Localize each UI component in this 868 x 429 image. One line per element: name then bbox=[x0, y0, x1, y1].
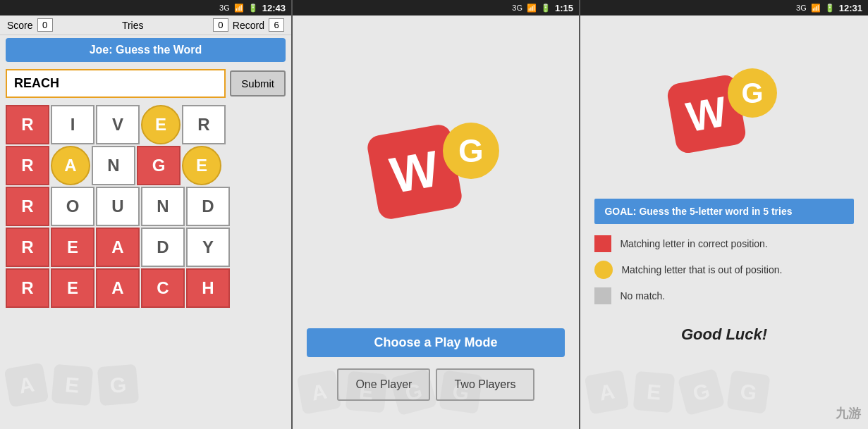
bg-tile: A bbox=[4, 363, 49, 408]
battery-icon-2: 🔋 bbox=[541, 4, 551, 13]
time-3: 12:31 bbox=[839, 3, 862, 13]
grid-cell-3-4: Y bbox=[186, 228, 230, 267]
input-row: Submit bbox=[6, 69, 286, 98]
grid-cell-0-2: V bbox=[96, 105, 140, 144]
legend-yellow-text: Matching letter that is out of position. bbox=[621, 264, 782, 275]
bg-tile-3c: G bbox=[678, 368, 725, 416]
bg-tile-3b: E bbox=[633, 371, 676, 414]
legend-yellow-icon bbox=[594, 261, 613, 279]
status-bar-2: 3G 📶 🔋 1:15 bbox=[293, 0, 579, 15]
legend-item-yellow: Matching letter that is out of position. bbox=[594, 261, 853, 279]
legend-item-gray: No match. bbox=[594, 287, 853, 304]
battery-icon-1: 🔋 bbox=[248, 4, 258, 13]
grid-cell-2-2: U bbox=[96, 187, 140, 226]
bg-tile-3a: A bbox=[585, 370, 630, 415]
grid-row-3: READY bbox=[6, 228, 286, 267]
bg-tiles-2: A E G G bbox=[293, 366, 579, 429]
grid-cell-0-1: I bbox=[51, 105, 94, 144]
score-label: Score bbox=[7, 20, 33, 31]
screen2: 3G 📶 🔋 1:15 W G Choose a Play Mode One P… bbox=[293, 0, 580, 429]
signal-icon-1: 3G bbox=[219, 4, 230, 12]
legend-red-text: Matching letter in correct position. bbox=[620, 238, 767, 249]
legend-gray-text: No match. bbox=[620, 290, 665, 301]
bg-tile-2b: E bbox=[346, 371, 388, 414]
grid-cell-4-4: H bbox=[186, 268, 230, 308]
grid-row-2: ROUND bbox=[6, 187, 286, 226]
tries-value: 0 bbox=[213, 18, 228, 32]
network-icon-3: 📶 bbox=[811, 4, 821, 13]
grid-cell-0-4: R bbox=[182, 105, 226, 144]
grid-cell-1-0: R bbox=[6, 146, 49, 185]
bg-tile-2a: A bbox=[297, 370, 342, 415]
grid-cell-1-1: A bbox=[51, 146, 90, 185]
bg-tiles-1: A E G bbox=[0, 359, 291, 429]
bg-tile: E bbox=[51, 364, 94, 406]
legend-gray-icon bbox=[594, 287, 611, 304]
screen1: 3G 📶 🔋 12:43 Score 0 Tries 0 Record 6 Jo… bbox=[0, 0, 293, 429]
battery-icon-3: 🔋 bbox=[825, 4, 835, 13]
grid-cell-1-3: G bbox=[137, 146, 181, 185]
record-value: 6 bbox=[269, 18, 284, 32]
grid-row-0: RIVER bbox=[6, 105, 286, 144]
grid-cell-3-3: D bbox=[141, 228, 185, 267]
logo-g-2: G bbox=[443, 123, 499, 179]
grid-cell-2-0: R bbox=[6, 187, 49, 226]
legend: Matching letter in correct position. Mat… bbox=[594, 235, 853, 304]
bg-tile-3d: G bbox=[726, 370, 770, 414]
grid-cell-4-2: A bbox=[96, 268, 140, 308]
good-luck-text: Good Luck! bbox=[681, 325, 767, 344]
network-icon-1: 📶 bbox=[234, 4, 244, 13]
bg-tile-2d: G bbox=[439, 370, 482, 414]
guess-header: Joe: Guess the Word bbox=[6, 38, 286, 62]
grid-row-4: REACH bbox=[6, 268, 286, 308]
submit-button[interactable]: Submit bbox=[230, 70, 286, 97]
bg-tile-2c: G bbox=[390, 368, 437, 416]
record-label: Record bbox=[233, 20, 264, 31]
time-1: 12:43 bbox=[262, 3, 286, 13]
screen3: 3G 📶 🔋 12:31 W G GOAL: Guess the 5-lette… bbox=[580, 0, 868, 429]
status-bar-3: 3G 📶 🔋 12:31 bbox=[580, 0, 868, 15]
grid-cell-4-1: E bbox=[51, 268, 94, 308]
grid-cell-4-0: R bbox=[6, 268, 49, 308]
logo-area-3: W G bbox=[580, 30, 868, 199]
tries-label: Tries bbox=[57, 20, 209, 31]
logo-area-2: W G bbox=[293, 15, 579, 328]
signal-icon-3: 3G bbox=[796, 4, 807, 12]
play-mode-bar: Choose a Play Mode bbox=[307, 328, 564, 357]
score-bar: Score 0 Tries 0 Record 6 bbox=[0, 15, 291, 35]
grid-cell-3-2: A bbox=[96, 228, 140, 267]
bg-tiles-3: A E G G bbox=[580, 366, 868, 429]
status-bar-1: 3G 📶 🔋 12:43 bbox=[0, 0, 291, 15]
score-value: 0 bbox=[37, 18, 53, 32]
logo-g-3: G bbox=[728, 68, 777, 118]
time-2: 1:15 bbox=[555, 3, 573, 13]
legend-item-red: Matching letter in correct position. bbox=[594, 235, 853, 252]
grid-cell-2-4: D bbox=[186, 187, 230, 226]
signal-icon-2: 3G bbox=[512, 4, 522, 12]
grid-cell-0-3: E bbox=[141, 105, 181, 144]
grid-row-1: RANGE bbox=[6, 146, 286, 185]
watermark: 九游 bbox=[836, 405, 861, 422]
grid-cell-2-1: O bbox=[51, 187, 94, 226]
grid-cell-3-0: R bbox=[6, 228, 49, 267]
legend-red-icon bbox=[594, 235, 611, 252]
grid-cell-1-2: N bbox=[92, 146, 135, 185]
grid-cell-2-3: N bbox=[141, 187, 185, 226]
word-grid: RIVERRANGEROUNDREADYREACH bbox=[6, 105, 286, 308]
network-icon-2: 📶 bbox=[527, 4, 537, 13]
goal-box: GOAL: Guess the 5-letter word in 5 tries bbox=[594, 199, 853, 224]
grid-cell-4-3: C bbox=[141, 268, 185, 308]
bg-tile: G bbox=[97, 364, 140, 406]
grid-cell-3-1: E bbox=[51, 228, 94, 267]
grid-cell-1-4: E bbox=[182, 146, 221, 185]
grid-cell-0-0: R bbox=[6, 105, 49, 144]
word-input[interactable] bbox=[6, 69, 226, 98]
